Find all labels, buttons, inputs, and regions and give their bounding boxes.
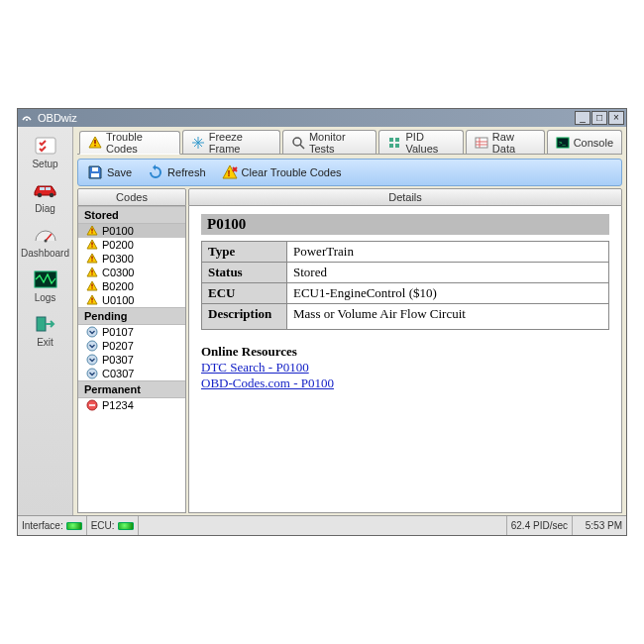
svg-rect-41 bbox=[91, 284, 92, 287]
code-status-icon bbox=[86, 340, 98, 352]
gauge-icon bbox=[32, 224, 59, 246]
button-label: Refresh bbox=[167, 166, 206, 178]
floppy-icon bbox=[87, 164, 103, 180]
tab-trouble-codes[interactable]: Trouble Codes bbox=[79, 131, 180, 155]
refresh-button[interactable]: Refresh bbox=[143, 161, 211, 183]
code-label: P0107 bbox=[102, 326, 134, 338]
svg-rect-36 bbox=[91, 246, 92, 247]
code-item[interactable]: U0100 bbox=[78, 293, 185, 307]
svg-rect-43 bbox=[91, 298, 92, 301]
svg-rect-28 bbox=[91, 173, 99, 177]
details-header: Details bbox=[188, 188, 622, 206]
link-obd-codes[interactable]: OBD-Codes.com - P0100 bbox=[201, 376, 334, 391]
sidebar-item-label: Dashboard bbox=[21, 248, 69, 259]
tab-console[interactable]: >_ Console bbox=[547, 130, 622, 154]
svg-point-0 bbox=[26, 119, 28, 121]
status-spacer bbox=[139, 516, 507, 535]
code-item[interactable]: P0200 bbox=[78, 238, 185, 252]
tab-label: Monitor Tests bbox=[309, 131, 369, 155]
interface-led-icon bbox=[66, 522, 82, 530]
svg-rect-39 bbox=[91, 270, 92, 273]
codes-group-header: Stored bbox=[78, 206, 185, 224]
status-time: 5:53 PM bbox=[573, 516, 626, 535]
maximize-button[interactable]: □ bbox=[591, 111, 607, 125]
sidebar-item-setup[interactable]: Setup bbox=[22, 131, 69, 175]
code-item[interactable]: C0307 bbox=[78, 367, 185, 380]
close-button[interactable]: × bbox=[608, 111, 624, 125]
tab-label: PID Values bbox=[405, 131, 454, 155]
status-ecu-label: ECU: bbox=[91, 520, 115, 531]
svg-text:>_: >_ bbox=[559, 140, 567, 146]
code-item[interactable]: P0107 bbox=[78, 325, 185, 339]
code-item[interactable]: P0300 bbox=[78, 252, 185, 266]
svg-rect-29 bbox=[92, 167, 98, 171]
button-label: Save bbox=[107, 166, 132, 178]
code-label: B0200 bbox=[102, 280, 134, 292]
svg-rect-35 bbox=[91, 243, 92, 246]
tab-raw-data[interactable]: Raw Data bbox=[466, 130, 545, 154]
svg-rect-42 bbox=[91, 287, 92, 288]
code-label: C0300 bbox=[102, 267, 134, 278]
svg-rect-5 bbox=[46, 187, 51, 190]
detail-status-value: Stored bbox=[287, 263, 609, 283]
code-item[interactable]: P0100 bbox=[78, 224, 185, 238]
tab-label: Raw Data bbox=[492, 131, 536, 155]
minimize-button[interactable]: _ bbox=[575, 111, 590, 125]
code-status-icon bbox=[86, 225, 98, 237]
svg-rect-9 bbox=[37, 317, 46, 331]
code-item[interactable]: C0300 bbox=[78, 266, 185, 279]
svg-rect-50 bbox=[89, 404, 95, 406]
svg-point-45 bbox=[87, 327, 97, 337]
svg-rect-10 bbox=[94, 140, 95, 144]
tab-freeze-frame[interactable]: Freeze Frame bbox=[182, 130, 280, 154]
sidebar-item-dashboard[interactable]: Dashboard bbox=[22, 220, 69, 265]
save-button[interactable]: Save bbox=[82, 161, 137, 183]
clear-trouble-codes-button[interactable]: ! Clear Trouble Codes bbox=[217, 161, 347, 183]
detail-ecu-label: ECU bbox=[202, 283, 287, 304]
code-status-icon bbox=[86, 253, 98, 265]
sidebar-item-exit[interactable]: Exit bbox=[22, 309, 69, 354]
sidebar-item-label: Setup bbox=[32, 159, 57, 169]
app-window: OBDwiz _ □ × Setup Diag bbox=[17, 108, 627, 536]
code-status-icon bbox=[86, 326, 98, 338]
refresh-icon bbox=[148, 164, 163, 180]
code-label: P0207 bbox=[102, 340, 134, 352]
svg-rect-40 bbox=[91, 273, 92, 274]
magnifier-icon bbox=[291, 136, 305, 150]
code-label: C0307 bbox=[102, 368, 134, 379]
tab-label: Trouble Codes bbox=[106, 131, 171, 155]
tab-label: Console bbox=[574, 137, 613, 149]
sidebar-item-logs[interactable]: Logs bbox=[22, 265, 69, 309]
svg-rect-44 bbox=[91, 301, 92, 302]
main-panel: Trouble Codes Freeze Frame Monitor Tests… bbox=[73, 127, 626, 515]
table-icon bbox=[475, 136, 488, 150]
svg-rect-18 bbox=[389, 138, 393, 142]
terminal-icon: >_ bbox=[556, 136, 570, 150]
tab-label: Freeze Frame bbox=[209, 131, 271, 155]
code-item[interactable]: B0200 bbox=[78, 279, 185, 293]
button-label: Clear Trouble Codes bbox=[242, 166, 342, 178]
link-dtc-search[interactable]: DTC Search - P0100 bbox=[201, 360, 309, 376]
detail-status-label: Status bbox=[202, 263, 287, 283]
svg-rect-34 bbox=[91, 232, 92, 233]
tab-pid-values[interactable]: PID Values bbox=[378, 130, 463, 154]
code-label: P0200 bbox=[102, 239, 134, 251]
waveform-icon bbox=[32, 268, 59, 290]
online-resources-header: Online Resources bbox=[201, 344, 609, 360]
snowflake-icon bbox=[191, 136, 205, 150]
car-icon bbox=[32, 179, 59, 201]
app-icon bbox=[20, 111, 34, 125]
code-label: P1234 bbox=[102, 399, 134, 411]
code-label: P0300 bbox=[102, 253, 134, 265]
exit-icon bbox=[32, 313, 59, 335]
tab-monitor-tests[interactable]: Monitor Tests bbox=[282, 130, 377, 154]
svg-point-16 bbox=[293, 138, 301, 146]
svg-rect-38 bbox=[91, 260, 92, 261]
sidebar-item-label: Diag bbox=[35, 203, 55, 214]
code-item[interactable]: P0207 bbox=[78, 339, 185, 353]
codes-list[interactable]: StoredP0100P0200P0300C0300B0200U0100Pend… bbox=[77, 206, 186, 513]
code-item[interactable]: P0307 bbox=[78, 353, 185, 367]
warning-icon bbox=[88, 136, 102, 150]
code-item[interactable]: P1234 bbox=[78, 398, 185, 412]
sidebar-item-diag[interactable]: Diag bbox=[22, 175, 69, 220]
